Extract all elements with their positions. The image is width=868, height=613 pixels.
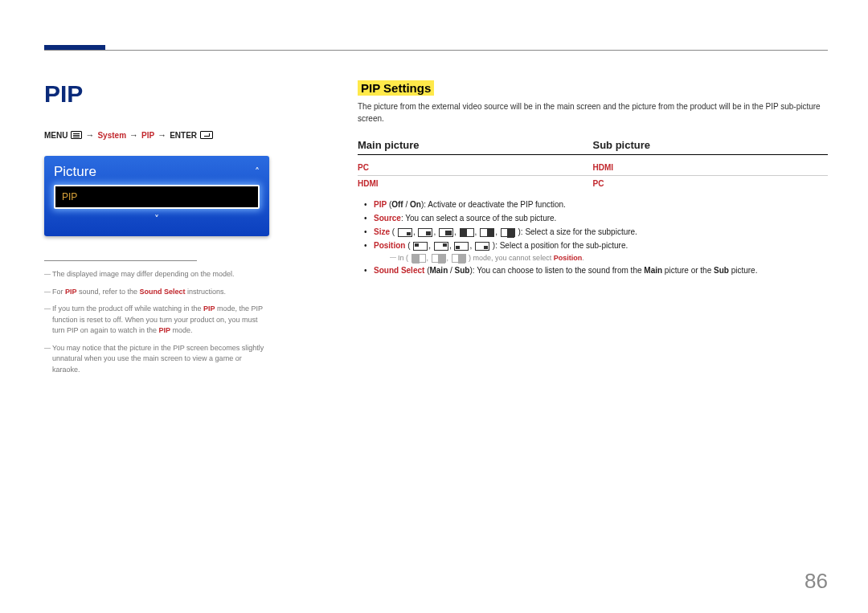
label-size: Size [374, 227, 390, 236]
pos-icon-tr [434, 242, 448, 251]
chevron-down-icon: ˅ [54, 214, 260, 225]
text: ( [405, 241, 410, 250]
osd-title: Picture [54, 164, 96, 180]
bullet-position: Position ( , , , ): Select a position fo… [358, 239, 828, 264]
osd-selected-item: PIP [54, 185, 260, 209]
footnote-pip: PIP [65, 288, 77, 296]
bullet-source: Source: You can select a source of the s… [358, 211, 828, 225]
chevron-up-icon: ˄ [255, 166, 260, 178]
table-row: HDMI PC [358, 175, 828, 191]
source-table: Main picture Sub picture PC HDMI HDMI PC [358, 139, 828, 191]
settings-heading: PIP Settings [358, 80, 434, 96]
cell-main: HDMI [358, 179, 593, 188]
footnote-text: mode. [170, 326, 193, 334]
path-system: System [97, 131, 126, 140]
size-icon-2 [418, 228, 432, 237]
mode-icon-1 [411, 254, 426, 263]
footnote-4: You may notice that the picture in the P… [44, 343, 269, 376]
table-row: PC HDMI [358, 160, 828, 175]
text: / [403, 200, 410, 209]
size-icon-5 [480, 228, 494, 237]
bullet-pip: PIP (Off / On): Activate or deactivate t… [358, 198, 828, 211]
opt-off: Off [391, 200, 403, 209]
word-sub: Sub [714, 266, 729, 275]
text: picture. [729, 266, 758, 275]
footnote-1: The displayed image may differ depending… [44, 269, 269, 280]
header-rule [44, 50, 828, 51]
footnote-text: instructions. [186, 288, 227, 296]
opt-on: On [410, 200, 421, 209]
left-column: PIP MENU → System → PIP → ENTER Picture … [44, 80, 269, 382]
label-pip: PIP [374, 200, 387, 209]
mode-icon-3 [452, 254, 466, 263]
text: : You can select a source of the sub pic… [401, 214, 556, 223]
footnote-text: If you turn the product off while watchi… [52, 304, 203, 313]
left-divider [44, 260, 197, 261]
footnote-3: If you turn the product off while watchi… [44, 304, 269, 337]
footnote-pip: PIP [158, 326, 170, 334]
page-number: 86 [805, 569, 828, 594]
footnote-text: The displayed image may differ depending… [52, 270, 234, 278]
label-position: Position [554, 254, 583, 262]
text: picture or the [662, 266, 714, 275]
enter-label: ENTER [170, 131, 197, 140]
cell-sub: HDMI [593, 163, 829, 172]
bullet-sound-select: Sound Select (Main / Sub): You can choos… [358, 264, 828, 277]
size-icon-3 [439, 228, 453, 237]
menu-path: MENU → System → PIP → ENTER [44, 130, 269, 140]
text: ): You can choose to listen to the sound… [469, 266, 644, 275]
col-sub: Sub picture [593, 139, 829, 151]
size-icon-1 [398, 228, 412, 237]
cell-sub: PC [593, 179, 829, 188]
page-title: PIP [44, 80, 269, 108]
arrow-icon: → [158, 130, 166, 140]
mode-icon-2 [432, 254, 446, 263]
pos-icon-tl [413, 242, 428, 251]
enter-icon [200, 131, 213, 139]
footnote-pip: PIP [203, 304, 215, 313]
text: ) mode, you cannot select [469, 254, 554, 262]
path-pip: PIP [141, 131, 154, 140]
size-icon-6 [501, 228, 515, 237]
opt-main: Main [429, 266, 448, 275]
footnote-2: For PIP sound, refer to the Sound Select… [44, 287, 269, 298]
pos-icon-bl [454, 242, 469, 251]
table-header: Main picture Sub picture [358, 139, 828, 155]
menu-icon [71, 131, 82, 139]
text: / [448, 266, 454, 275]
footnote-text: For [52, 288, 65, 296]
text: : Select a size for the subpicture. [521, 227, 637, 236]
word-main: Main [644, 266, 662, 275]
page-body: PIP MENU → System → PIP → ENTER Picture … [44, 80, 828, 382]
opt-sub: Sub [455, 266, 470, 275]
footnote-text: You may notice that the picture in the P… [52, 344, 264, 374]
right-column: PIP Settings The picture from the extern… [358, 80, 828, 382]
text: . [582, 254, 584, 262]
footnote-soundselect: Sound Select [140, 288, 186, 296]
text: In ( [398, 254, 408, 262]
size-icon-4 [460, 228, 474, 237]
menu-label: MENU [44, 131, 68, 140]
label-source: Source [374, 214, 401, 223]
settings-intro: The picture from the external video sour… [358, 100, 828, 125]
osd-panel: Picture ˄ PIP ˅ [44, 156, 269, 236]
label-position: Position [374, 241, 405, 250]
cell-main: PC [358, 163, 593, 172]
col-main: Main picture [358, 139, 593, 151]
settings-list: PIP (Off / On): Activate or deactivate t… [358, 198, 828, 277]
text: ): Activate or deactivate the PIP functi… [421, 200, 566, 209]
arrow-icon: → [85, 130, 94, 140]
text: ): Select a position for the sub-picture… [493, 241, 628, 250]
osd-header: Picture ˄ [54, 164, 260, 180]
arrow-icon: → [129, 130, 138, 140]
label-soundselect: Sound Select [374, 266, 424, 275]
pos-icon-br [475, 242, 489, 251]
bullet-size: Size ( , , , , , ): Select a size for th… [358, 225, 828, 239]
footnote-text: sound, refer to the [77, 288, 140, 296]
position-subnote: In ( , , ) mode, you cannot select Posit… [390, 252, 828, 264]
